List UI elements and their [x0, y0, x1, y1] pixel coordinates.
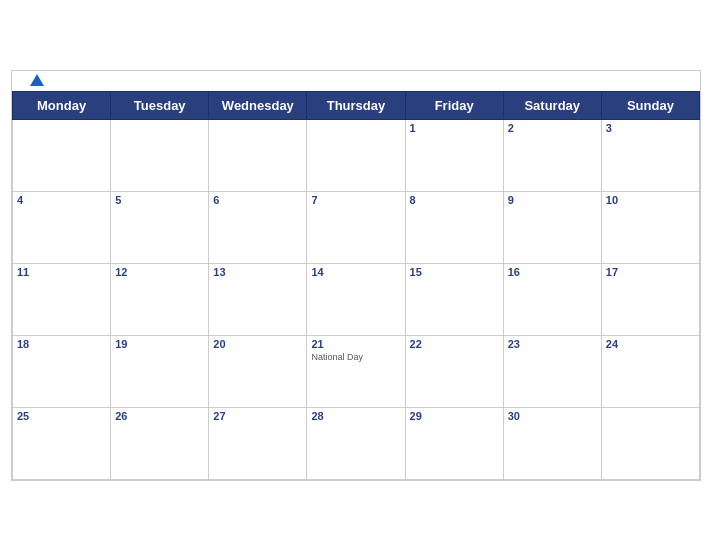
weekday-header-sunday: Sunday	[601, 91, 699, 119]
day-number: 21	[311, 338, 400, 350]
weekday-header-thursday: Thursday	[307, 91, 405, 119]
calendar-cell: 27	[209, 407, 307, 479]
day-number: 19	[115, 338, 204, 350]
logo-area	[28, 76, 44, 86]
day-number: 11	[17, 266, 106, 278]
day-number: 29	[410, 410, 499, 422]
calendar-cell: 29	[405, 407, 503, 479]
calendar-cell: 30	[503, 407, 601, 479]
day-number: 1	[410, 122, 499, 134]
calendar-cell: 25	[13, 407, 111, 479]
day-number: 18	[17, 338, 106, 350]
day-number: 4	[17, 194, 106, 206]
calendar-cell: 4	[13, 191, 111, 263]
day-number: 10	[606, 194, 695, 206]
day-number: 2	[508, 122, 597, 134]
calendar-cell: 15	[405, 263, 503, 335]
week-row-1: 123	[13, 119, 700, 191]
day-number: 27	[213, 410, 302, 422]
calendar-cell: 18	[13, 335, 111, 407]
weekday-header-row: MondayTuesdayWednesdayThursdayFridaySatu…	[13, 91, 700, 119]
calendar-cell	[209, 119, 307, 191]
calendar-cell: 24	[601, 335, 699, 407]
day-number: 9	[508, 194, 597, 206]
day-number: 8	[410, 194, 499, 206]
calendar-cell: 22	[405, 335, 503, 407]
calendar-header	[12, 71, 700, 91]
calendar-cell: 14	[307, 263, 405, 335]
week-row-3: 11121314151617	[13, 263, 700, 335]
day-number: 5	[115, 194, 204, 206]
calendar-cell: 28	[307, 407, 405, 479]
day-number: 3	[606, 122, 695, 134]
calendar-cell: 23	[503, 335, 601, 407]
week-row-2: 45678910	[13, 191, 700, 263]
calendar-cell: 21National Day	[307, 335, 405, 407]
weekday-header-friday: Friday	[405, 91, 503, 119]
day-number: 15	[410, 266, 499, 278]
calendar-cell	[13, 119, 111, 191]
calendar-cell: 1	[405, 119, 503, 191]
day-number: 24	[606, 338, 695, 350]
week-row-5: 252627282930	[13, 407, 700, 479]
day-number: 25	[17, 410, 106, 422]
calendar-cell	[111, 119, 209, 191]
day-number: 12	[115, 266, 204, 278]
weekday-header-saturday: Saturday	[503, 91, 601, 119]
day-number: 26	[115, 410, 204, 422]
calendar-cell: 20	[209, 335, 307, 407]
day-number: 22	[410, 338, 499, 350]
calendar-cell: 8	[405, 191, 503, 263]
day-number: 16	[508, 266, 597, 278]
calendar-cell: 26	[111, 407, 209, 479]
day-number: 30	[508, 410, 597, 422]
calendar-container: MondayTuesdayWednesdayThursdayFridaySatu…	[11, 70, 701, 481]
calendar-cell: 3	[601, 119, 699, 191]
weekday-header-wednesday: Wednesday	[209, 91, 307, 119]
calendar-cell: 19	[111, 335, 209, 407]
week-row-4: 18192021National Day222324	[13, 335, 700, 407]
day-number: 13	[213, 266, 302, 278]
calendar-cell: 2	[503, 119, 601, 191]
calendar-cell: 12	[111, 263, 209, 335]
calendar-cell: 10	[601, 191, 699, 263]
weekday-header-monday: Monday	[13, 91, 111, 119]
day-number: 17	[606, 266, 695, 278]
day-number: 7	[311, 194, 400, 206]
day-number: 14	[311, 266, 400, 278]
calendar-cell: 11	[13, 263, 111, 335]
calendar-cell	[601, 407, 699, 479]
day-number: 6	[213, 194, 302, 206]
calendar-cell	[307, 119, 405, 191]
day-number: 20	[213, 338, 302, 350]
calendar-cell: 9	[503, 191, 601, 263]
event-label: National Day	[311, 352, 400, 363]
calendar-grid: MondayTuesdayWednesdayThursdayFridaySatu…	[12, 91, 700, 480]
day-number: 28	[311, 410, 400, 422]
calendar-cell: 7	[307, 191, 405, 263]
calendar-cell: 6	[209, 191, 307, 263]
logo-icon	[30, 74, 44, 86]
calendar-cell: 16	[503, 263, 601, 335]
day-number: 23	[508, 338, 597, 350]
calendar-cell: 13	[209, 263, 307, 335]
calendar-cell: 5	[111, 191, 209, 263]
calendar-cell: 17	[601, 263, 699, 335]
weekday-header-tuesday: Tuesday	[111, 91, 209, 119]
